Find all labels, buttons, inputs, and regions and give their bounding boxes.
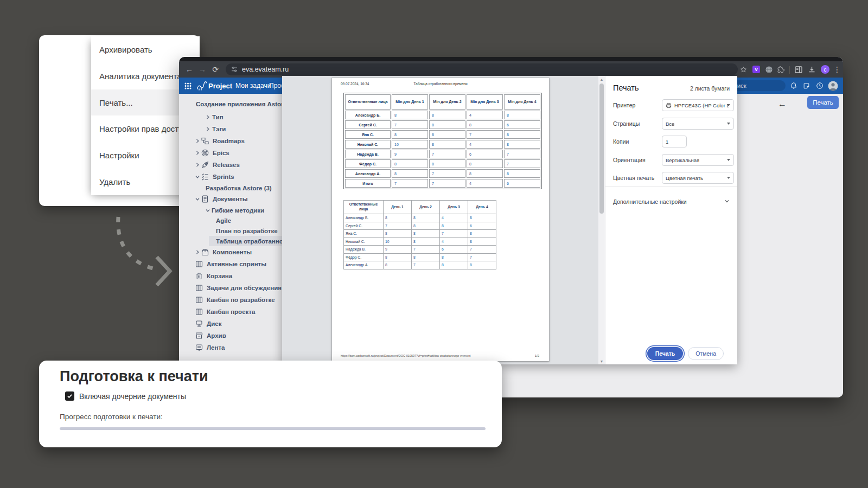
project-sidebar: Создание приложения AstoreТипТэгиRoadmap… [179, 94, 282, 397]
chevron-right-icon [195, 163, 201, 167]
sidebar-item-архив[interactable]: Архив [179, 330, 282, 342]
sidebar-item-документы[interactable]: Документы [179, 193, 282, 205]
print-cancel-button[interactable]: Отмена [688, 347, 724, 360]
sidebar-item-канбан-проекта[interactable]: Канбан проекта [179, 306, 282, 318]
site-settings-icon[interactable] [231, 66, 238, 73]
kanban-icon [195, 308, 203, 316]
sidebar-item-epics[interactable]: Epics [179, 147, 282, 159]
sidebar-item-releases[interactable]: Releases [179, 159, 282, 171]
table-row: Александр А.8788 [345, 169, 540, 178]
modal-title: Подготовка к печати [60, 368, 208, 385]
sidebar-item-канбан-по-разработке[interactable]: Канбан по разработке [179, 294, 282, 306]
more-settings-label[interactable]: Дополнительные настройки [613, 198, 687, 205]
apps-grid-icon[interactable] [184, 78, 192, 94]
product-name[interactable]: Project [208, 78, 232, 94]
cell-value: 8 [467, 159, 503, 168]
field-label: Цветная печать [613, 175, 654, 181]
page-back-icon[interactable]: ← [778, 99, 787, 109]
table-header: Min для День 1 [392, 94, 428, 110]
side-panel-icon[interactable] [793, 61, 804, 78]
browser-toolbar: ← → ⟳ eva.evateam.ru V | [179, 61, 843, 78]
sidebar-item-гибкие-методики[interactable]: Гибкие методики [179, 205, 282, 215]
epic-icon [201, 149, 209, 157]
row-label: Александр А. [344, 261, 384, 269]
sidebar-item-roadmaps[interactable]: Roadmaps [179, 135, 282, 147]
row-label: Николай С. [345, 140, 391, 149]
sidebar-item-лента[interactable]: Лента [179, 342, 282, 354]
chevron-down-icon[interactable] [724, 198, 730, 204]
chevron-down-icon [195, 197, 201, 201]
trash-icon [195, 272, 203, 280]
cell-value: 7 [392, 120, 428, 129]
archive-icon [195, 332, 203, 340]
copies-input[interactable]: 1 [662, 136, 687, 147]
row-label: Итого [345, 179, 391, 188]
sidebar-item-label: Epics [213, 150, 229, 156]
kanban-icon [195, 296, 203, 304]
sidebar-item-label: Канбан по разработке [207, 297, 275, 303]
cell-value: 8 [392, 111, 428, 119]
print-preparation-modal: Подготовка к печати Включая дочерние док… [39, 361, 502, 447]
bookmark-star-icon[interactable] [738, 61, 749, 78]
forward-icon[interactable]: → [196, 61, 208, 78]
cell-value: 6 [467, 150, 503, 158]
preview-scrollbar[interactable]: ▲ ▼ [598, 76, 605, 364]
cell-value: 10 [392, 140, 428, 149]
notes-icon[interactable] [803, 78, 810, 94]
sidebar-item-компоненты[interactable]: Компоненты [179, 246, 282, 258]
sidebar-project-title[interactable]: Создание приложения Astore [179, 97, 282, 111]
print-confirm-button[interactable]: Печать [647, 347, 684, 360]
kanban-icon [195, 284, 203, 292]
sidebar-item-label: Releases [213, 162, 240, 168]
sidebar-item-agile[interactable]: Agile [179, 215, 282, 226]
worked-time-table-1: Ответственные лицаMin для День 1Min для … [343, 93, 542, 189]
field-select[interactable]: Все [662, 118, 734, 130]
history-clock-icon[interactable] [816, 78, 824, 94]
sidebar-item-таблица-отработанного-времени[interactable]: Таблица отработанного времени [179, 236, 282, 246]
back-icon[interactable]: ← [183, 61, 195, 78]
cell-value: 8 [412, 230, 440, 238]
notifications-bell-icon[interactable] [790, 78, 797, 94]
sidebar-item-задачи-для-обсуждения[interactable]: Задачи для обсуждения [179, 282, 282, 294]
preview-scrollbar-thumb[interactable] [599, 84, 604, 214]
nav-my-tasks[interactable]: Мои задачи [235, 78, 271, 94]
cell-value: 7 [504, 150, 540, 158]
scroll-down-icon[interactable]: ▼ [598, 358, 605, 364]
globe-extension-icon[interactable] [764, 61, 774, 78]
address-bar[interactable]: eva.evateam.ru [226, 63, 738, 75]
download-icon[interactable] [806, 61, 817, 78]
field-select[interactable]: Вертикальная [662, 154, 734, 166]
sidebar-item-тэги[interactable]: Тэги [179, 123, 282, 135]
extension-v-icon[interactable]: V [752, 61, 761, 78]
sidebar-item-sprints[interactable]: Sprints [179, 171, 282, 183]
sheets-count: 2 листа бумаги [690, 85, 730, 92]
sidebar-item-план-по-разработке[interactable]: План по разработке [179, 226, 282, 236]
sidebar-item-корзина[interactable]: Корзина [179, 270, 282, 282]
sidebar-item-тип[interactable]: Тип [179, 111, 282, 123]
extensions-puzzle-icon[interactable] [776, 61, 786, 78]
field-select[interactable]: Цветная печать [662, 172, 734, 184]
field-select[interactable]: HPFCE43C (HP Color La [662, 99, 734, 111]
cell-value: 7 [384, 222, 412, 230]
print-preview-area: 09.07.2024, 16:34 Таблица отработанного … [282, 76, 598, 364]
cell-value: 4 [467, 111, 503, 119]
profile-avatar-icon[interactable]: c [819, 61, 831, 78]
sidebar-item-активные-спринты[interactable]: Активные спринты [179, 258, 282, 270]
print-settings-panel: Печать 2 листа бумаги ПринтерHPFCE43C (H… [605, 76, 737, 364]
progress-label: Прогресс подготовки к печати: [60, 413, 163, 421]
table-header: Min для День 3 [467, 94, 503, 110]
sidebar-item-разработка-astore-3-[interactable]: Разработка Astore (3) [179, 183, 282, 193]
user-avatar[interactable] [828, 78, 838, 94]
include-children-checkbox[interactable] [65, 391, 74, 401]
scroll-up-icon[interactable]: ▲ [598, 76, 605, 82]
browser-menu-dots-icon[interactable]: ⋮ [833, 61, 841, 78]
package-icon [201, 248, 209, 256]
reload-icon[interactable]: ⟳ [209, 61, 221, 78]
cell-value: 8 [384, 230, 412, 238]
cell-value: 8 [412, 214, 440, 222]
chevron-down-icon [206, 208, 211, 213]
sidebar-item-диск[interactable]: Диск [179, 318, 282, 330]
cell-value: 7 [429, 169, 465, 178]
cell-value: 6 [440, 246, 468, 254]
page-print-button[interactable]: Печать [807, 96, 839, 109]
